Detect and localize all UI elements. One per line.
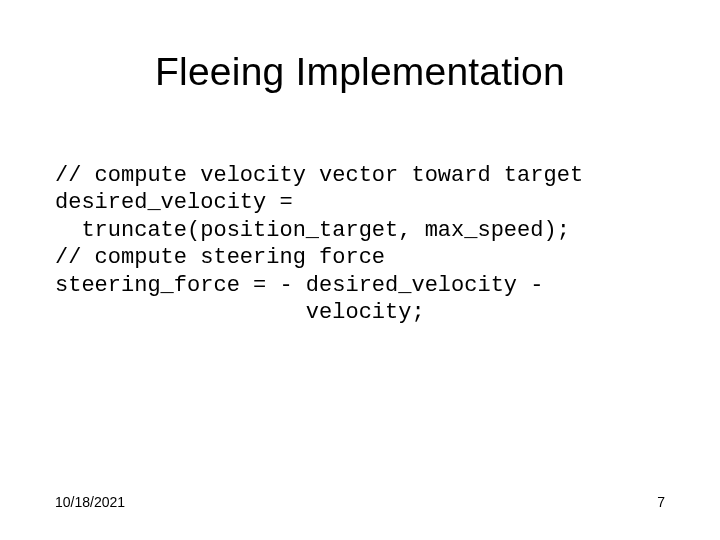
footer-date: 10/18/2021 xyxy=(55,494,125,510)
code-line: // compute steering force xyxy=(55,245,385,270)
slide: Fleeing Implementation // compute veloci… xyxy=(0,0,720,540)
slide-title: Fleeing Implementation xyxy=(55,50,665,94)
code-line: desired_velocity = xyxy=(55,190,293,215)
code-line: velocity; xyxy=(55,300,425,325)
code-block: // compute velocity vector toward target… xyxy=(55,134,665,327)
code-line: truncate(position_target, max_speed); xyxy=(55,218,570,243)
footer-page-number: 7 xyxy=(657,494,665,510)
code-line: // compute velocity vector toward target xyxy=(55,163,583,188)
code-line: steering_force = - desired_velocity - xyxy=(55,273,543,298)
